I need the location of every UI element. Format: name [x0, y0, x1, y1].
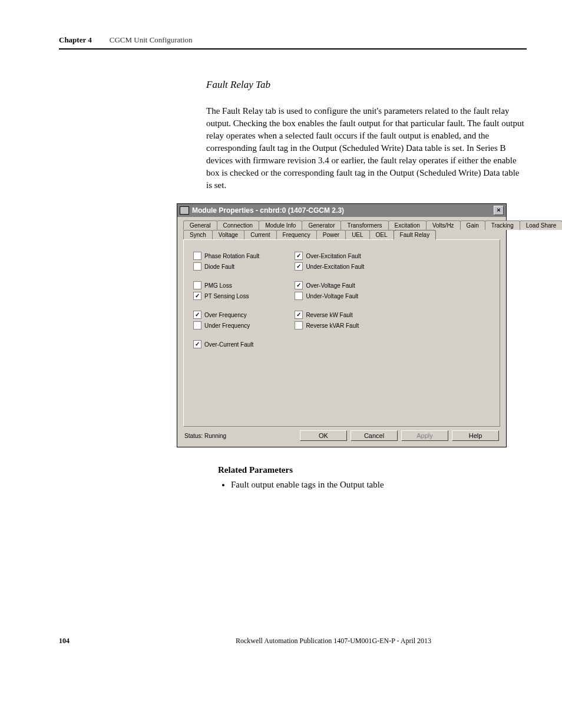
- apply-button[interactable]: Apply: [401, 430, 448, 441]
- publication-info: Rockwell Automation Publication 1407-UM0…: [140, 637, 527, 645]
- checkbox-reverse-kvar-fault[interactable]: [295, 321, 303, 330]
- checkbox-label: Under-Voltage Fault: [306, 293, 358, 299]
- module-properties-dialog: Module Properties - cnbrd:0 (1407-CGCM 2…: [177, 203, 507, 447]
- dialog-title-text: Module Properties - cnbrd:0 (1407-CGCM 2…: [192, 206, 344, 215]
- checkbox-row: Over-Excitation Fault: [295, 252, 364, 260]
- checkbox-row: PT Sensing Loss: [193, 292, 259, 300]
- checkbox-row: Under-Voltage Fault: [295, 292, 364, 300]
- checkbox-row: Reverse kVAR Fault: [295, 321, 364, 330]
- checkbox-label: PT Sensing Loss: [204, 293, 249, 299]
- tab-gain[interactable]: Gain: [460, 220, 485, 230]
- related-heading: Related Parameters: [218, 465, 527, 475]
- chapter-label: Chapter 4: [59, 35, 92, 45]
- tab-module-info[interactable]: Module Info: [259, 220, 302, 230]
- checkbox-over-excitation-fault[interactable]: [295, 252, 303, 260]
- tab-voltage[interactable]: Voltage: [212, 230, 244, 240]
- tab-power[interactable]: Power: [316, 230, 346, 240]
- tab-volts-hz[interactable]: Volts/Hz: [426, 220, 461, 230]
- status-text: Status: Running: [184, 433, 226, 439]
- tab-oel[interactable]: OEL: [369, 230, 394, 240]
- checkbox-pmg-loss[interactable]: [193, 281, 201, 289]
- checkbox-label: Over-Voltage Fault: [306, 282, 355, 289]
- tab-fault-relay[interactable]: Fault Relay: [394, 230, 437, 240]
- checkbox-over-frequency[interactable]: [193, 311, 201, 319]
- checkbox-row: Reverse kW Fault: [295, 311, 364, 319]
- checkbox-row: Phase Rotation Fault: [193, 252, 259, 260]
- chapter-title: CGCM Unit Configuration: [110, 35, 193, 45]
- checkbox-label: Diode Fault: [204, 263, 234, 270]
- tab-synch[interactable]: Synch: [183, 230, 213, 240]
- checkbox-label: Phase Rotation Fault: [204, 253, 259, 259]
- checkbox-under-voltage-fault[interactable]: [295, 292, 303, 300]
- checkbox-over-voltage-fault[interactable]: [295, 281, 303, 289]
- section-body: The Fault Relay tab is used to configure…: [206, 105, 527, 192]
- help-button[interactable]: Help: [452, 430, 499, 441]
- tab-general[interactable]: General: [183, 220, 217, 230]
- checkbox-diode-fault[interactable]: [193, 262, 201, 271]
- related-item: Fault output enable tags in the Output t…: [231, 480, 527, 490]
- checkbox-phase-rotation-fault[interactable]: [193, 252, 201, 260]
- checkbox-label: PMG Loss: [204, 282, 232, 289]
- checkbox-label: Reverse kW Fault: [306, 312, 352, 318]
- checkbox-row: Under-Excitation Fault: [295, 262, 364, 271]
- ok-button[interactable]: OK: [300, 430, 347, 441]
- checkbox-pt-sensing-loss[interactable]: [193, 292, 201, 300]
- checkbox-row: Over Frequency: [193, 311, 259, 319]
- checkbox-label: Reverse kVAR Fault: [306, 322, 359, 329]
- fault-relay-panel: Phase Rotation FaultDiode FaultPMG LossP…: [183, 239, 500, 427]
- checkbox-label: Over-Current Fault: [204, 341, 253, 348]
- tab-load-share[interactable]: Load Share: [520, 220, 562, 230]
- checkbox-label: Over-Excitation Fault: [306, 253, 361, 259]
- section-heading: Fault Relay Tab: [206, 79, 527, 91]
- checkbox-over-current-fault[interactable]: [193, 340, 201, 348]
- checkbox-row: Over-Current Fault: [193, 340, 259, 348]
- tab-transformers[interactable]: Transformers: [340, 220, 388, 230]
- header-rule: [59, 48, 527, 50]
- tab-connection[interactable]: Connection: [217, 220, 260, 230]
- checkbox-under-excitation-fault[interactable]: [295, 262, 303, 271]
- window-icon: [180, 206, 189, 215]
- checkbox-label: Under Frequency: [204, 322, 250, 329]
- tab-excitation[interactable]: Excitation: [388, 220, 427, 230]
- close-icon[interactable]: ×: [494, 206, 504, 215]
- dialog-titlebar: Module Properties - cnbrd:0 (1407-CGCM 2…: [177, 204, 506, 217]
- tab-tracking[interactable]: Tracking: [485, 220, 520, 230]
- tab-current[interactable]: Current: [244, 230, 276, 240]
- checkbox-row: Under Frequency: [193, 321, 259, 330]
- checkbox-row: Over-Voltage Fault: [295, 281, 364, 289]
- checkbox-label: Over Frequency: [204, 312, 247, 318]
- checkbox-under-frequency[interactable]: [193, 321, 201, 330]
- tab-generator[interactable]: Generator: [302, 220, 341, 230]
- checkbox-row: PMG Loss: [193, 281, 259, 289]
- checkbox-label: Under-Excitation Fault: [306, 263, 364, 270]
- tab-uel[interactable]: UEL: [345, 230, 369, 240]
- checkbox-row: Diode Fault: [193, 262, 259, 271]
- checkbox-reverse-kw-fault[interactable]: [295, 311, 303, 319]
- dialog-tabs: GeneralConnectionModule InfoGeneratorTra…: [183, 220, 500, 240]
- cancel-button[interactable]: Cancel: [351, 430, 398, 441]
- page-number: 104: [59, 637, 70, 645]
- tab-frequency[interactable]: Frequency: [276, 230, 317, 240]
